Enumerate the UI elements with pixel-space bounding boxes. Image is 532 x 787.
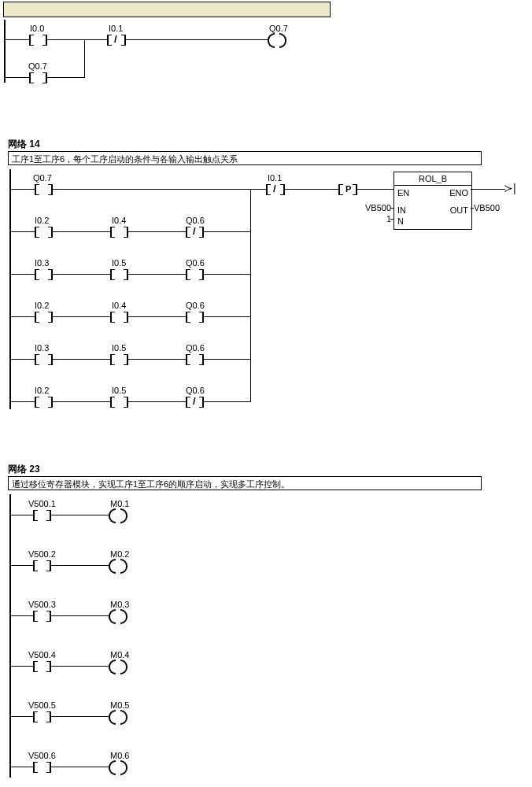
contact-label: Q0.6 xyxy=(186,216,205,225)
coil xyxy=(279,33,286,48)
coil xyxy=(109,609,116,624)
contact-label: V500.5 xyxy=(28,700,56,710)
terminator-icon: ≻| xyxy=(504,182,516,194)
wire xyxy=(11,565,33,566)
coil xyxy=(120,508,127,523)
no-contact xyxy=(199,312,204,323)
no-contact xyxy=(29,35,34,46)
contact-label: I0.4 xyxy=(112,216,126,225)
no-contact xyxy=(46,711,51,722)
wire xyxy=(11,615,33,616)
instr-name: ROL_B xyxy=(394,172,471,186)
wire xyxy=(128,401,186,402)
nc-slash: / xyxy=(273,183,276,194)
wire xyxy=(84,39,85,78)
contact-label: Q0.6 xyxy=(186,343,205,353)
coil-label: M0.1 xyxy=(110,499,129,508)
no-contact xyxy=(124,227,128,238)
power-rail xyxy=(9,169,11,409)
wire xyxy=(126,39,268,40)
wire xyxy=(51,565,109,566)
wire xyxy=(53,274,110,275)
wire xyxy=(11,231,35,232)
no-contact xyxy=(33,611,38,622)
no-contact xyxy=(35,312,39,323)
nc-contact xyxy=(121,35,126,46)
p-contact xyxy=(338,184,343,195)
instruction-box: ROL_B EN ENO IN OUT N xyxy=(393,172,472,230)
wire xyxy=(204,401,250,402)
wire xyxy=(11,274,35,275)
no-contact xyxy=(124,312,128,323)
power-rail xyxy=(4,20,6,83)
wire xyxy=(51,615,109,616)
contact-label: Q0.7 xyxy=(28,61,47,71)
nc-contact xyxy=(199,397,204,408)
coil xyxy=(109,760,116,775)
out-value: VB500 xyxy=(474,203,500,212)
no-contact xyxy=(48,397,53,408)
no-contact xyxy=(48,312,53,323)
wire xyxy=(51,666,109,667)
coil-label: Q0.7 xyxy=(269,24,288,33)
power-rail xyxy=(9,494,11,778)
no-contact xyxy=(35,269,39,280)
wire xyxy=(53,401,110,402)
wire xyxy=(51,515,109,515)
no-contact xyxy=(124,354,128,365)
no-contact xyxy=(48,227,53,238)
wire xyxy=(128,316,186,317)
coil xyxy=(109,559,116,574)
no-contact xyxy=(110,312,115,323)
ladder-diagram: I0.0 I0.1 / Q0.7 Q0.7 网络 14 工序1至工序6，每个工序… xyxy=(0,0,532,787)
wire xyxy=(390,219,393,220)
eno-label: ENO xyxy=(449,188,468,198)
contact-label: I0.4 xyxy=(112,301,126,310)
nc-contact xyxy=(280,184,285,195)
wire xyxy=(6,77,29,78)
contact-label: I0.5 xyxy=(112,343,126,353)
no-contact xyxy=(46,510,51,521)
contact-label: I0.3 xyxy=(35,258,49,268)
wire xyxy=(128,231,186,232)
no-contact xyxy=(33,510,38,521)
no-contact xyxy=(48,354,53,365)
contact-label: I0.5 xyxy=(112,258,126,268)
nc-contact xyxy=(107,35,112,46)
contact-label: V500.6 xyxy=(28,751,56,760)
in-value: VB500 xyxy=(364,203,391,212)
contact-label: I0.2 xyxy=(35,301,49,310)
out-label: OUT xyxy=(450,205,468,215)
wire xyxy=(11,767,33,767)
wire xyxy=(11,401,35,402)
no-contact xyxy=(35,184,39,195)
no-contact xyxy=(186,354,190,365)
coil xyxy=(120,660,127,674)
contact-label: I0.2 xyxy=(35,216,49,225)
contact-label: V500.3 xyxy=(28,600,56,609)
contact-label: I0.1 xyxy=(109,24,123,33)
no-contact xyxy=(33,762,38,773)
wire xyxy=(53,316,110,317)
coil xyxy=(120,710,127,725)
contact-label: Q0.6 xyxy=(186,386,205,395)
no-contact xyxy=(124,397,128,408)
nc-slash: / xyxy=(114,33,117,45)
no-contact xyxy=(29,72,34,83)
coil xyxy=(268,33,275,48)
contact-label: Q0.6 xyxy=(186,301,205,310)
nc-contact xyxy=(186,227,190,238)
contact-label: I0.5 xyxy=(112,386,126,395)
wire xyxy=(53,231,110,232)
header-bar xyxy=(3,2,331,17)
wire xyxy=(204,316,250,317)
no-contact xyxy=(110,227,115,238)
wire xyxy=(11,316,35,317)
wire xyxy=(128,274,186,275)
no-contact xyxy=(48,269,53,280)
contact-label: V500.2 xyxy=(28,549,56,559)
wire xyxy=(11,359,35,360)
coil-label: M0.3 xyxy=(110,600,129,609)
no-contact xyxy=(186,269,190,280)
wire xyxy=(11,666,33,667)
